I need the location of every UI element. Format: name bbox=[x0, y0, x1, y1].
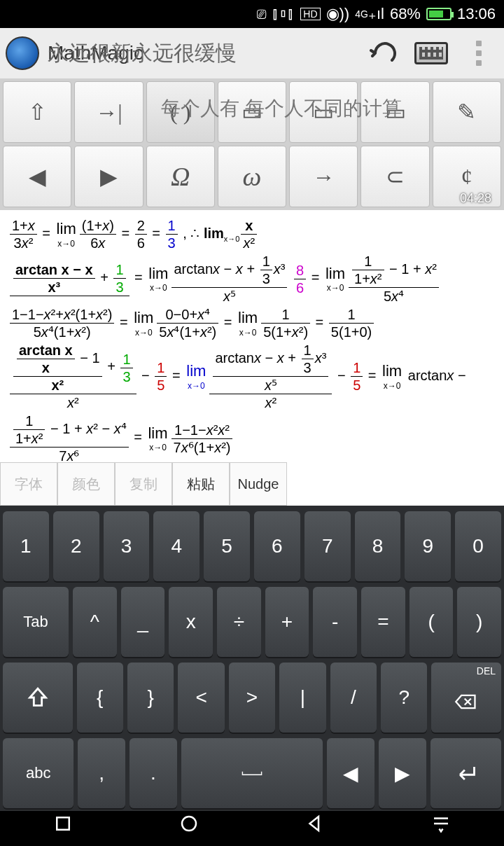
key-gt[interactable]: > bbox=[229, 663, 275, 733]
key-left[interactable]: ◀ bbox=[327, 738, 374, 808]
parentheses-button[interactable]: ( ) bbox=[146, 81, 215, 143]
action-bar: 字体 颜色 复制 粘贴 Nudge bbox=[0, 462, 504, 506]
keyboard-icon bbox=[414, 42, 448, 64]
key-period[interactable]: . bbox=[130, 738, 177, 808]
menu-dots-icon bbox=[476, 41, 482, 66]
vibrate-icon: ⫿▯⫿ bbox=[272, 5, 295, 23]
battery-pct: 68% bbox=[390, 5, 421, 23]
shift-up-button[interactable]: ⇧ bbox=[3, 81, 71, 143]
video-timestamp: 04:28 bbox=[460, 191, 491, 206]
key-minus[interactable]: - bbox=[313, 587, 357, 657]
nav-home-button[interactable] bbox=[175, 810, 203, 838]
svg-rect-0 bbox=[57, 817, 69, 830]
key-6[interactable]: 6 bbox=[254, 511, 300, 581]
key-0[interactable]: 0 bbox=[455, 511, 501, 581]
equation-canvas[interactable]: 1+x3x² = limx→0(1+x)6x = 26 = 13 , ∴ lim… bbox=[0, 210, 504, 462]
signal-icon: 4G₊ıl bbox=[355, 5, 384, 23]
nav-ime-button[interactable] bbox=[427, 810, 455, 838]
key-lparen[interactable]: ( bbox=[410, 587, 454, 657]
cast-icon: ⎚ bbox=[257, 5, 266, 23]
color-button[interactable]: 颜色 bbox=[57, 462, 115, 506]
wifi-icon: ◉)) bbox=[326, 5, 350, 23]
box-button-1[interactable]: ▭ bbox=[218, 81, 286, 143]
key-lbrace[interactable]: { bbox=[77, 663, 123, 733]
edit-button[interactable]: ✎ bbox=[433, 81, 501, 143]
key-underscore[interactable]: _ bbox=[121, 587, 165, 657]
battery-icon bbox=[426, 8, 451, 20]
key-caret[interactable]: ^ bbox=[73, 587, 117, 657]
key-delete[interactable]: DEL bbox=[431, 663, 501, 733]
font-button[interactable]: 字体 bbox=[0, 462, 57, 506]
key-space[interactable] bbox=[181, 738, 323, 808]
nudge-button[interactable]: Nudge bbox=[230, 462, 287, 506]
key-x[interactable]: x bbox=[169, 587, 213, 657]
key-abc[interactable]: abc bbox=[3, 738, 74, 808]
key-comma[interactable]: , bbox=[78, 738, 125, 808]
key-equals[interactable]: = bbox=[361, 587, 405, 657]
key-question[interactable]: ? bbox=[381, 663, 427, 733]
key-lt[interactable]: < bbox=[178, 663, 224, 733]
key-7[interactable]: 7 bbox=[304, 511, 351, 581]
copy-button[interactable]: 复制 bbox=[115, 462, 172, 506]
key-3[interactable]: 3 bbox=[104, 511, 150, 581]
soft-keyboard: 1 2 3 4 5 6 7 8 9 0 Tab ^ _ x ÷ + - = ( … bbox=[0, 506, 504, 811]
key-rparen[interactable]: ) bbox=[457, 587, 501, 657]
key-8[interactable]: 8 bbox=[355, 511, 401, 581]
clock: 13:06 bbox=[457, 5, 496, 23]
key-enter[interactable] bbox=[430, 738, 501, 808]
arrow-left-button[interactable]: ◀ bbox=[3, 146, 71, 207]
keyboard-toggle-button[interactable] bbox=[412, 34, 451, 73]
key-plus[interactable]: + bbox=[265, 587, 309, 657]
titlebar: 永远很新永远很缓慢 MathMagic bbox=[0, 28, 504, 78]
status-bar: ⎚ ⫿▯⫿ HD ◉)) 4G₊ıl 68% 13:06 bbox=[0, 0, 504, 28]
key-shift[interactable] bbox=[3, 663, 73, 733]
key-divide[interactable]: ÷ bbox=[217, 587, 261, 657]
key-pipe[interactable]: | bbox=[279, 663, 326, 733]
omega-upper-button[interactable]: Ω bbox=[146, 146, 215, 207]
key-4[interactable]: 4 bbox=[153, 511, 200, 581]
undo-button[interactable] bbox=[364, 34, 403, 73]
app-logo-icon[interactable] bbox=[6, 36, 39, 70]
key-2[interactable]: 2 bbox=[53, 511, 99, 581]
key-tab[interactable]: Tab bbox=[3, 587, 69, 657]
arrow-right-button[interactable]: ▶ bbox=[74, 146, 143, 207]
key-1[interactable]: 1 bbox=[3, 511, 49, 581]
box-button-3[interactable]: ▭ bbox=[360, 81, 429, 143]
nav-back-button[interactable] bbox=[301, 810, 329, 838]
key-rbrace[interactable]: } bbox=[127, 663, 174, 733]
key-9[interactable]: 9 bbox=[405, 511, 451, 581]
paste-button[interactable]: 粘贴 bbox=[172, 462, 230, 506]
hd-icon: HD bbox=[300, 8, 320, 20]
box-button-2[interactable]: ▭ bbox=[289, 81, 358, 143]
key-slash[interactable]: / bbox=[330, 663, 377, 733]
omega-lower-button[interactable]: ω bbox=[218, 146, 286, 207]
menu-button[interactable] bbox=[459, 34, 498, 73]
key-right[interactable]: ▶ bbox=[379, 738, 426, 808]
watermark-text-1: 永远很新永远很缓慢 bbox=[48, 39, 237, 68]
symbol-toolbar: 每个人有 每个人不同的计算 04:28 ⇧ →| ( ) ▭ ▭ ▭ ✎ ◀ ▶… bbox=[0, 78, 504, 210]
tab-button[interactable]: →| bbox=[74, 81, 143, 143]
svg-point-1 bbox=[182, 817, 196, 831]
arrow-button[interactable]: → bbox=[289, 146, 358, 207]
nav-recent-button[interactable] bbox=[49, 810, 77, 838]
subset-button[interactable]: ⊂ bbox=[360, 146, 429, 207]
key-5[interactable]: 5 bbox=[204, 511, 250, 581]
